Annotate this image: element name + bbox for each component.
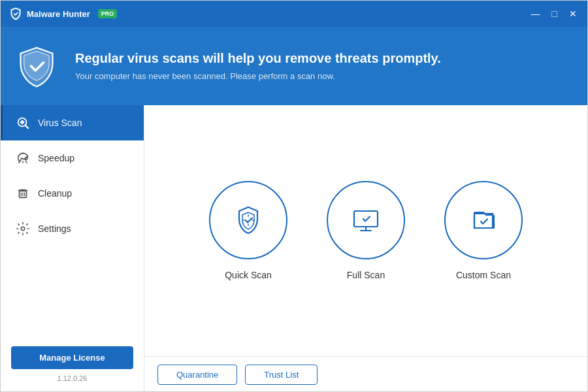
custom-scan-label: Custom Scan [456, 270, 511, 280]
app-logo: Malware Hunter PRO [8, 7, 529, 21]
svg-point-3 [22, 153, 24, 154]
quick-scan-icon [230, 202, 267, 238]
virus-scan-icon [16, 116, 30, 130]
sidebar-item-virus-scan[interactable]: Virus Scan [1, 105, 144, 140]
minimize-button[interactable]: — [529, 8, 543, 20]
header-banner: Regular virus scans will help you remove… [1, 27, 587, 105]
header-subtitle: Your computer has never been scanned. Pl… [75, 71, 441, 81]
settings-icon [16, 221, 30, 236]
trust-list-button[interactable]: Trust List [245, 365, 318, 385]
app-name: Malware Hunter [27, 9, 90, 19]
pro-badge: PRO [98, 9, 118, 18]
settings-label: Settings [38, 223, 71, 234]
window-controls: — □ ✕ [529, 8, 580, 20]
virus-scan-label: Virus Scan [38, 118, 82, 128]
scan-options: Quick Scan Full Scan [144, 105, 587, 356]
header-title: Regular virus scans will help you remove… [75, 51, 441, 66]
svg-point-9 [21, 227, 25, 231]
svg-rect-10 [354, 211, 378, 227]
speedup-label: Speedup [38, 153, 74, 163]
maximize-button[interactable]: □ [549, 8, 560, 20]
content-footer: Quarantine Trust List [144, 356, 587, 392]
speedup-icon [16, 151, 30, 165]
custom-scan-option[interactable]: Custom Scan [444, 181, 523, 280]
cleanup-label: Cleanup [38, 188, 72, 199]
svg-line-1 [25, 125, 29, 129]
app-logo-icon [8, 7, 23, 21]
nav-items: Virus Scan Speedup [1, 105, 144, 336]
sidebar-bottom: Manage License 1.12.0.26 [1, 336, 144, 392]
version-text: 1.12.0.26 [57, 374, 88, 382]
quick-scan-circle [209, 181, 287, 259]
sidebar-item-speedup[interactable]: Speedup [1, 140, 144, 176]
full-scan-label: Full Scan [347, 270, 385, 280]
cleanup-icon [16, 186, 30, 201]
sidebar-item-settings[interactable]: Settings [1, 211, 144, 246]
quarantine-button[interactable]: Quarantine [157, 365, 237, 385]
content-area: Quick Scan Full Scan [144, 105, 587, 392]
close-button[interactable]: ✕ [566, 8, 580, 20]
sidebar: Virus Scan Speedup [1, 105, 144, 392]
custom-scan-icon [465, 202, 502, 238]
titlebar: Malware Hunter PRO — □ ✕ [1, 1, 587, 27]
full-scan-icon [348, 202, 384, 238]
full-scan-option[interactable]: Full Scan [327, 181, 405, 280]
manage-license-button[interactable]: Manage License [11, 346, 133, 369]
quick-scan-option[interactable]: Quick Scan [209, 181, 287, 280]
main-layout: Virus Scan Speedup [1, 105, 587, 392]
header-text: Regular virus scans will help you remove… [75, 51, 441, 81]
quick-scan-label: Quick Scan [225, 270, 272, 280]
custom-scan-circle [444, 181, 523, 259]
sidebar-item-cleanup[interactable]: Cleanup [1, 176, 144, 211]
header-shield-icon [14, 43, 59, 89]
full-scan-circle [327, 181, 405, 259]
